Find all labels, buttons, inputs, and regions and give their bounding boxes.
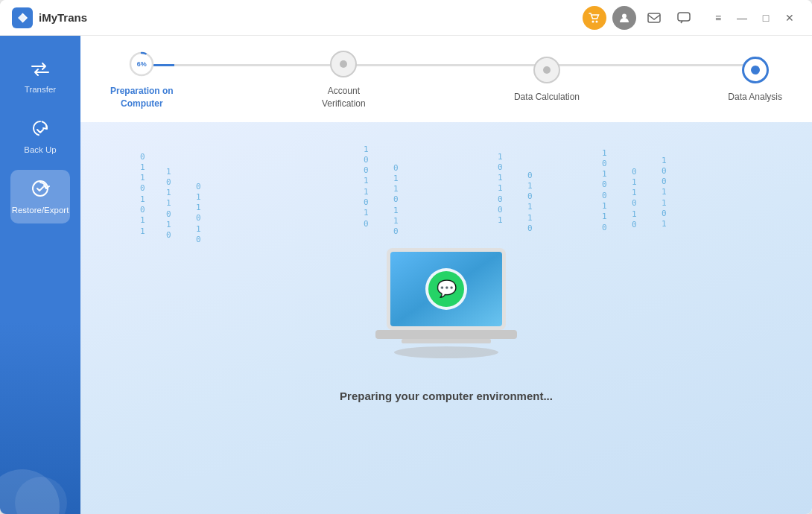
svg-rect-14 [375, 330, 517, 339]
step-1-label: Preparation onComputer [110, 85, 174, 110]
svg-rect-15 [402, 339, 491, 343]
step-2-label: AccountVerification [322, 85, 366, 110]
binary-col-8: 10100110 [602, 148, 607, 233]
minimize-button[interactable]: — [732, 7, 752, 28]
laptop-illustration: 💬 [342, 233, 551, 382]
progress-area: 6% Preparation onComputer AccountVerific… [80, 36, 812, 122]
transfer-icon [31, 61, 50, 80]
binary-col-9: 011010 [632, 167, 637, 231]
step-4: Data Analysis [728, 57, 782, 104]
svg-point-3 [622, 13, 627, 18]
sidebar-item-restore[interactable]: Restore/Export [10, 170, 70, 223]
step-3: Data Calculation [514, 57, 580, 104]
step-3-circle [533, 57, 560, 83]
svg-rect-5 [678, 13, 690, 21]
maximize-button[interactable]: □ [755, 7, 776, 28]
user-button[interactable] [612, 6, 636, 30]
binary-col-5: 0110110 [393, 163, 399, 238]
status-text: Preparing your computer environment... [340, 390, 553, 402]
app-window: iMyTrans [0, 0, 812, 514]
svg-text:💬: 💬 [437, 279, 457, 299]
sidebar-item-backup[interactable]: Back Up [10, 110, 70, 164]
app-name: iMyTrans [39, 11, 87, 24]
binary-col-7: 010110 [527, 171, 533, 235]
title-bar-actions: ≡ — □ ✕ [583, 6, 800, 30]
title-bar: iMyTrans [0, 0, 812, 36]
mail-button[interactable] [642, 6, 666, 30]
step-1: 6% Preparation onComputer [110, 51, 174, 110]
restore-icon [31, 179, 50, 201]
svg-point-16 [394, 346, 498, 358]
visual-area: 01101011 1011010 011010 10011010 0110110… [80, 122, 812, 514]
sidebar-decoration [0, 425, 80, 514]
step-1-circle: 6% [128, 51, 155, 77]
menu-button[interactable]: ≡ [708, 7, 729, 28]
main-content: Transfer Back Up [0, 36, 812, 514]
svg-point-1 [592, 20, 594, 22]
step-4-label: Data Analysis [728, 91, 782, 104]
step-4-circle [742, 57, 769, 83]
step-2-circle [330, 51, 357, 77]
binary-col-2: 1011010 [166, 167, 171, 241]
binary-col-3: 011010 [196, 182, 201, 246]
step-1-percent: 6% [137, 60, 147, 68]
app-logo: iMyTrans [12, 7, 87, 28]
close-button[interactable]: ✕ [779, 7, 800, 28]
step-3-label: Data Calculation [514, 91, 580, 104]
app-logo-icon [12, 7, 33, 28]
backup-icon [31, 120, 49, 141]
progress-steps: 6% Preparation onComputer AccountVerific… [110, 51, 782, 110]
sidebar: Transfer Back Up [0, 36, 80, 514]
backup-label: Back Up [24, 145, 56, 154]
right-panel: 6% Preparation onComputer AccountVerific… [80, 36, 812, 514]
svg-rect-4 [648, 13, 660, 22]
window-controls: ≡ — □ ✕ [708, 7, 800, 28]
binary-col-4: 10011010 [364, 145, 369, 229]
sidebar-item-transfer[interactable]: Transfer [10, 51, 70, 104]
chat-button[interactable] [672, 6, 696, 30]
shop-button[interactable] [583, 6, 606, 30]
binary-col-6: 1011001 [498, 152, 503, 226]
binary-col-10: 1001101 [662, 156, 667, 230]
step-2: AccountVerification [322, 51, 366, 110]
step-4-inner [751, 66, 760, 74]
transfer-label: Transfer [25, 85, 56, 94]
binary-col-1: 01101011 [140, 152, 145, 237]
svg-point-2 [596, 20, 598, 22]
progress-line-bg [137, 64, 755, 66]
restore-label: Restore/Export [12, 206, 69, 215]
